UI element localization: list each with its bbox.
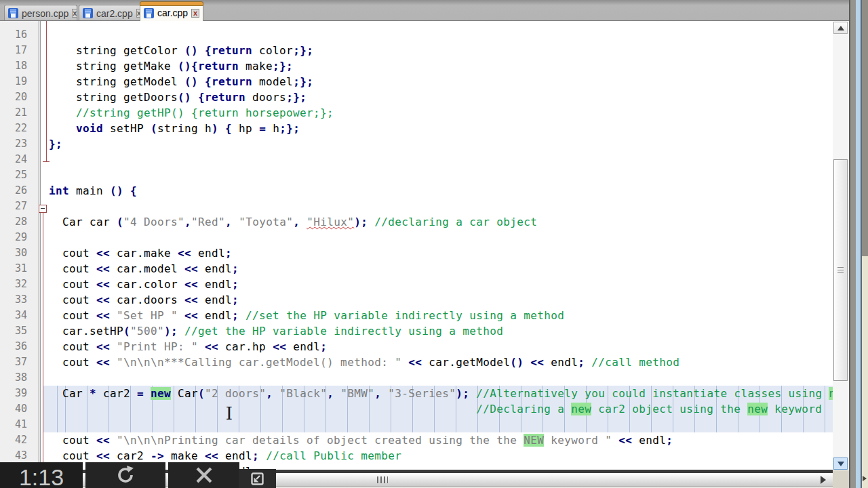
tab-bar: person.cpp x car2.cpp x car.cpp x	[0, 0, 849, 21]
code-token: cout	[62, 434, 96, 447]
code-line-33[interactable]: cout << car.doors << endl;	[62, 292, 239, 308]
code-token: "500"	[130, 325, 164, 338]
code-line-31[interactable]: cout << car.model << endl;	[62, 261, 239, 277]
tab-car2-cpp[interactable]: car2.cpp x	[79, 5, 144, 21]
line-number: 22	[0, 121, 27, 136]
close-icon[interactable]: x	[191, 9, 199, 18]
line-number: 20	[0, 89, 27, 105]
code-line-30[interactable]: cout << car.make << endl;	[62, 245, 232, 261]
code-area[interactable]: string getColor () {return color;};strin…	[0, 21, 833, 470]
code-token: return	[212, 75, 252, 88]
code-token: doors	[245, 91, 286, 104]
editor-window: person.cpp x car2.cpp x car.cpp x string…	[0, 0, 868, 488]
down-arrow-icon	[837, 462, 844, 466]
code-token: car.doors	[117, 293, 184, 306]
code-token: keyword "	[544, 434, 618, 447]
code-token: <<	[96, 293, 117, 306]
code-line-42[interactable]: cout << "\n\n\nPrinting car details of o…	[62, 432, 673, 448]
save-icon	[8, 8, 18, 18]
code-token: <<	[96, 247, 117, 260]
line-number: 41	[0, 417, 27, 432]
line-number: 35	[0, 323, 27, 339]
code-token: string getColor	[76, 44, 184, 57]
code-token: NEW	[524, 434, 544, 447]
code-line-35[interactable]: car.setHP("500"); //get the HP variable …	[62, 323, 503, 339]
code-line-28[interactable]: Car car ("4 Doors","Red", "Toyota", "Hil…	[62, 214, 537, 230]
code-token: cout	[62, 278, 96, 291]
code-token: h	[273, 122, 279, 135]
scroll-down-button[interactable]	[833, 458, 848, 470]
code-token: <<	[96, 278, 117, 291]
code-editor[interactable]: string getColor () {return color;};strin…	[0, 21, 833, 470]
code-token: () {	[184, 44, 212, 57]
code-line-21[interactable]: //string getHP() {return horsepower;};	[76, 105, 334, 121]
code-line-20[interactable]: string getDoors() {return doors;};	[76, 89, 307, 105]
fold-scope-line	[46, 21, 47, 161]
fold-collapse-icon[interactable]	[39, 205, 47, 213]
code-line-23[interactable]: };	[49, 136, 62, 152]
code-token: new	[151, 387, 171, 400]
code-line-26[interactable]: int main () {	[49, 183, 137, 199]
code-line-17[interactable]: string getColor () {return color;};	[76, 43, 313, 58]
tab-car-cpp[interactable]: car.cpp x	[140, 1, 203, 21]
code-token: //declaring a car object	[374, 216, 537, 228]
fold-scope-line	[43, 213, 43, 470]
code-token: endl	[639, 434, 666, 447]
code-line-37[interactable]: cout << "\n\n\n***Calling car.getModel()…	[62, 354, 679, 370]
code-token: "\n\n\nPrinting car details of object cr…	[117, 434, 524, 447]
code-token: ()	[510, 356, 530, 369]
close-player-button[interactable]	[168, 462, 239, 488]
code-line-32[interactable]: cout << car.color << endl;	[62, 277, 239, 292]
code-token: <<	[178, 247, 198, 260]
code-token: () {	[178, 91, 205, 104]
code-line-34[interactable]: cout << "Set HP " << endl; //set the HP …	[62, 308, 564, 323]
code-token: make	[171, 449, 205, 462]
scrollbar-corner	[833, 470, 849, 488]
close-icon[interactable]: x	[72, 9, 77, 18]
tab-label: car2.cpp	[96, 8, 133, 19]
player-timestamp: 1:13	[0, 462, 83, 488]
line-number: 37	[0, 354, 27, 370]
background-window-panel	[862, 256, 868, 488]
vertical-scrollbar-thumb[interactable]	[833, 159, 848, 381]
code-token: <<	[530, 356, 551, 369]
code-token: make	[239, 60, 273, 73]
code-token: ,	[374, 387, 388, 400]
code-token: car.model	[117, 262, 184, 275]
replay-button[interactable]	[85, 462, 165, 488]
line-number: 23	[0, 136, 27, 152]
vertical-scrollbar[interactable]	[833, 21, 849, 470]
line-number: 28	[0, 214, 27, 230]
code-token: endl	[205, 278, 232, 291]
tab-person-cpp[interactable]: person.cpp x	[4, 5, 77, 21]
code-token: ;};	[293, 44, 313, 57]
horizontal-thumb-grip[interactable]	[377, 476, 388, 483]
code-token: cout	[62, 293, 96, 306]
code-token: ;};	[286, 91, 307, 104]
code-token: <<	[205, 449, 225, 462]
scroll-up-button[interactable]	[833, 22, 848, 34]
code-token: <<	[273, 340, 293, 353]
code-token: cout	[62, 340, 96, 353]
code-token: endl	[225, 449, 252, 462]
code-line-22[interactable]: void setHP (string h) { hp = h;};	[76, 121, 300, 136]
code-token: ;};	[279, 122, 300, 135]
scroll-right-arrow-icon[interactable]	[821, 476, 826, 484]
thumb-grip	[837, 267, 844, 274]
code-line-18[interactable]: string getMake (){return make;};	[76, 58, 293, 74]
code-line-43[interactable]: cout << car2 -> make << endl; //call Pub…	[62, 448, 401, 464]
code-token: cout	[62, 449, 96, 462]
code-line-36[interactable]: cout << "Print HP: " << car.hp << endl;	[62, 339, 327, 354]
code-token: "BMW"	[340, 387, 374, 400]
code-line-39[interactable]: Car * car2 = new Car("2 doors", "Black",…	[62, 386, 833, 401]
code-token: new	[571, 403, 591, 415]
code-token: "3-Series"	[388, 387, 456, 400]
code-token: cout	[62, 356, 96, 369]
pop-in-button[interactable]	[239, 469, 276, 488]
code-line-19[interactable]: string getModel () {return model;};	[76, 74, 313, 89]
code-token: return	[212, 44, 252, 57]
code-token: string getDoors	[76, 91, 178, 104]
ibeam-cursor: I	[224, 405, 235, 423]
code-line-40[interactable]: //Declaring a new car2 object using the …	[62, 401, 822, 417]
code-token: ,	[266, 387, 279, 400]
